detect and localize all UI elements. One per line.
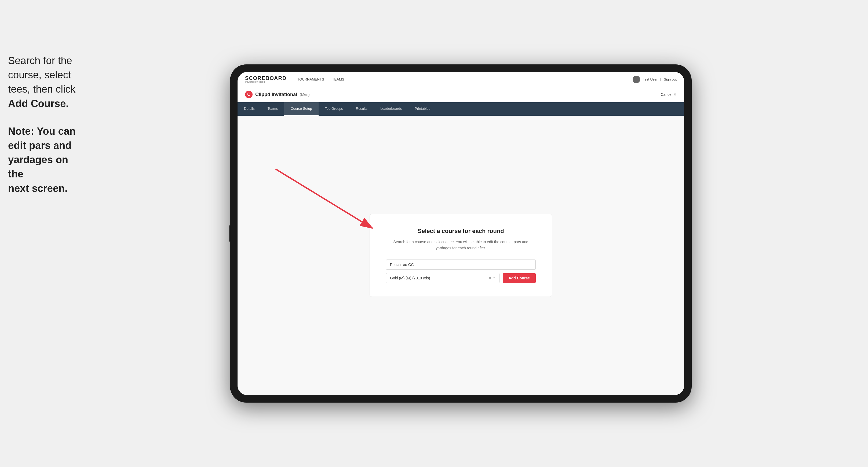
tablet-frame: SCOREBOARD Powered by clippd TOURNAMENTS… — [230, 64, 692, 403]
nav-tournaments[interactable]: TOURNAMENTS — [297, 77, 324, 81]
tee-select-icons: × ⌃ — [489, 276, 495, 280]
logo-area: SCOREBOARD Powered by clippd — [245, 75, 286, 83]
tab-details[interactable]: Details — [238, 102, 261, 116]
tee-select-value: Gold (M) (M) (7010 yds) — [390, 276, 430, 280]
tab-teams[interactable]: Teams — [261, 102, 284, 116]
cancel-button[interactable]: Cancel ✕ — [660, 92, 677, 97]
nav-teams[interactable]: TEAMS — [332, 77, 344, 81]
clear-icon[interactable]: × — [489, 276, 491, 280]
nav-separator: | — [660, 77, 661, 81]
instruction-text: Search for the course, select tees, then… — [8, 55, 75, 109]
nav-left: SCOREBOARD Powered by clippd TOURNAMENTS… — [245, 75, 344, 83]
course-setup-card: Select a course for each round Search fo… — [370, 214, 552, 297]
nav-right: Test User | Sign out — [632, 76, 677, 83]
tab-course-setup[interactable]: Course Setup — [284, 102, 318, 116]
tab-leaderboards[interactable]: Leaderboards — [374, 102, 408, 116]
top-nav: SCOREBOARD Powered by clippd TOURNAMENTS… — [238, 72, 684, 87]
user-name: Test User — [643, 77, 658, 81]
sign-out-link[interactable]: Sign out — [664, 77, 677, 81]
clippd-icon: C — [245, 91, 253, 98]
course-search-input[interactable] — [386, 259, 536, 270]
tournament-title: C Clippd Invitational (Men) — [245, 91, 310, 98]
chevron-down-icon: ⌃ — [492, 276, 495, 280]
tablet-side-button — [229, 225, 230, 242]
logo-sub: Powered by clippd — [245, 81, 286, 83]
add-course-button[interactable]: Add Course — [503, 273, 536, 283]
card-description: Search for a course and select a tee. Yo… — [386, 239, 536, 251]
note-text: Note: You can edit pars and yardages on … — [8, 124, 83, 196]
tournament-bar: C Clippd Invitational (Men) Cancel ✕ — [238, 87, 684, 102]
tab-nav: Details Teams Course Setup Tee Groups Re… — [238, 102, 684, 116]
tab-tee-groups[interactable]: Tee Groups — [318, 102, 349, 116]
tab-printables[interactable]: Printables — [408, 102, 437, 116]
tee-select-dropdown[interactable]: Gold (M) (M) (7010 yds) × ⌃ — [386, 273, 499, 283]
nav-links: TOURNAMENTS TEAMS — [297, 77, 344, 81]
tournament-gender: (Men) — [300, 92, 310, 97]
tablet-screen: SCOREBOARD Powered by clippd TOURNAMENTS… — [238, 72, 684, 395]
tee-select-row: Gold (M) (M) (7010 yds) × ⌃ Add Course — [386, 273, 536, 283]
logo-text: SCOREBOARD — [245, 75, 286, 81]
user-avatar — [632, 76, 640, 83]
main-content: Select a course for each round Search fo… — [238, 116, 684, 395]
tab-results[interactable]: Results — [349, 102, 374, 116]
tournament-name: Clippd Invitational — [255, 92, 297, 97]
card-title: Select a course for each round — [386, 227, 536, 235]
instruction-panel: Search for the course, select tees, then… — [8, 54, 83, 196]
